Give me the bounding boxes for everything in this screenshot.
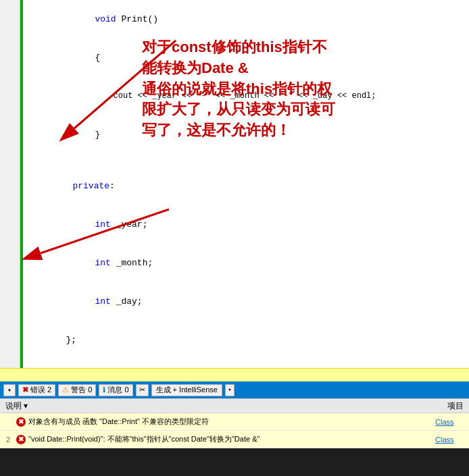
error-row-2-msg: "void Date::Print(void)": 不能将"this"指针从"c… — [28, 434, 435, 444]
error-row-1[interactable]: ✖ 对象含有与成员 函数 "Date::Print" 不兼容的类型限定符 Cla… — [0, 413, 469, 431]
error-icon: ✖ — [22, 386, 28, 394]
header-dropdown-icon: ▾ — [24, 401, 28, 411]
info-icon: ℹ — [103, 386, 105, 394]
code-line-classend: }; — [20, 321, 469, 359]
error-row-2[interactable]: 2 ✖ "void Date::Print(void)": 不能将"this"指… — [0, 431, 469, 448]
annotation-text: 对于const修饰的this指针不 能转换为Date & 通俗的说就是将this… — [142, 37, 439, 141]
scissors-icon: ✂ — [139, 386, 145, 394]
error-list-tab[interactable]: 说明 ▾ — [0, 399, 33, 413]
code-editor[interactable]: void Print() { cout << _year << "-" << _… — [0, 0, 469, 368]
error-row-2-icon-cell: ✖ — [14, 435, 28, 444]
info-button[interactable]: ℹ 消息 0 — [99, 384, 132, 396]
scissors-button[interactable]: ✂ — [136, 384, 149, 396]
warning-count: 警告 0 — [71, 385, 92, 395]
error-list-header: 说明 ▾ 项目 — [0, 398, 469, 413]
error-row-1-msg: 对象含有与成员 函数 "Date::Print" 不兼容的类型限定符 — [28, 417, 435, 427]
build-dropdown[interactable]: ▾ — [225, 384, 234, 396]
code-line-blank1 — [20, 154, 469, 167]
yellow-separator — [0, 368, 469, 381]
error-icon-2: ✖ — [16, 435, 26, 444]
bottom-toolbar: ▾ ✖ 错误 2 ⚠ 警告 0 ℹ 消息 0 ✂ 生成 + IntelliSen… — [0, 381, 469, 398]
build-button[interactable]: 生成 + IntelliSense — [151, 384, 222, 396]
line-numbers — [0, 0, 20, 368]
error-row-2-num: 2 — [0, 435, 14, 444]
code-line-print: void Print() — [20, 0, 469, 38]
editor-container: void Print() { cout << _year << "-" << _… — [0, 0, 469, 448]
build-label: 生成 + IntelliSense — [156, 385, 218, 395]
code-line-blank2 — [20, 359, 469, 368]
error-table: ✖ 对象含有与成员 函数 "Date::Print" 不兼容的类型限定符 Cla… — [0, 413, 469, 448]
error-list-project-header: 项目 — [447, 400, 469, 412]
error-count: 错误 2 — [30, 385, 51, 395]
project-label: 项目 — [447, 401, 464, 411]
warning-button[interactable]: ⚠ 警告 0 — [58, 384, 96, 396]
toolbar-dropdown-left[interactable]: ▾ — [3, 384, 16, 396]
warning-icon: ⚠ — [62, 386, 69, 394]
code-line-year: int _year; — [20, 205, 469, 244]
error-row-2-class[interactable]: Class — [435, 435, 469, 444]
code-line-day: int _day; — [20, 282, 469, 321]
error-row-1-icon-cell: ✖ — [14, 417, 28, 427]
annotation-overlay: 对于const修饰的this指针不 能转换为Date & 通俗的说就是将this… — [142, 37, 439, 141]
error-icon-1: ✖ — [16, 417, 26, 427]
green-indicator — [20, 0, 23, 368]
error-row-1-class[interactable]: Class — [435, 418, 469, 426]
error-button[interactable]: ✖ 错误 2 — [18, 384, 55, 396]
info-count: 消息 0 — [107, 385, 128, 395]
code-line-private: private: — [20, 167, 469, 205]
code-line-month: int _month; — [20, 244, 469, 282]
error-list-title: 说明 — [5, 400, 22, 412]
